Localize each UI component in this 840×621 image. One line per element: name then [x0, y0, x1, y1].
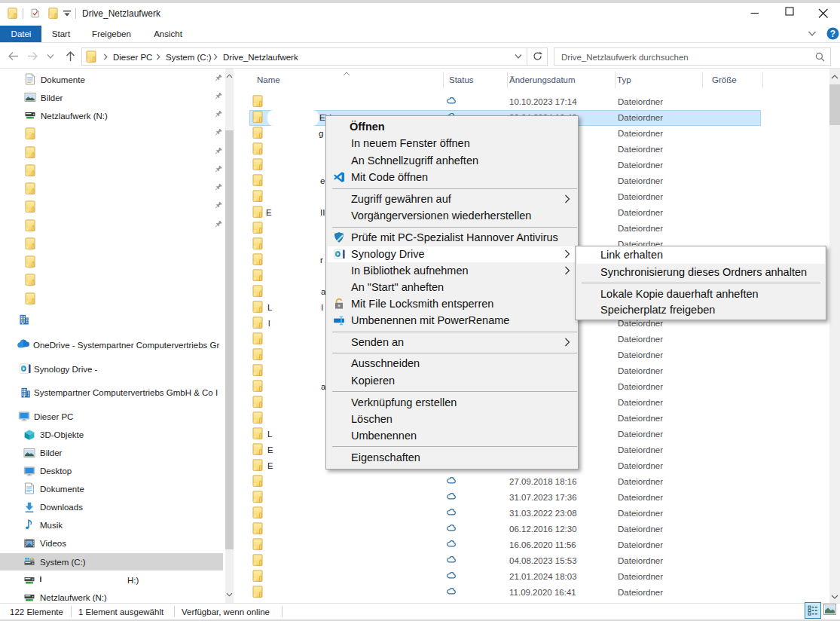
svg-text:?: ?: [830, 29, 835, 39]
